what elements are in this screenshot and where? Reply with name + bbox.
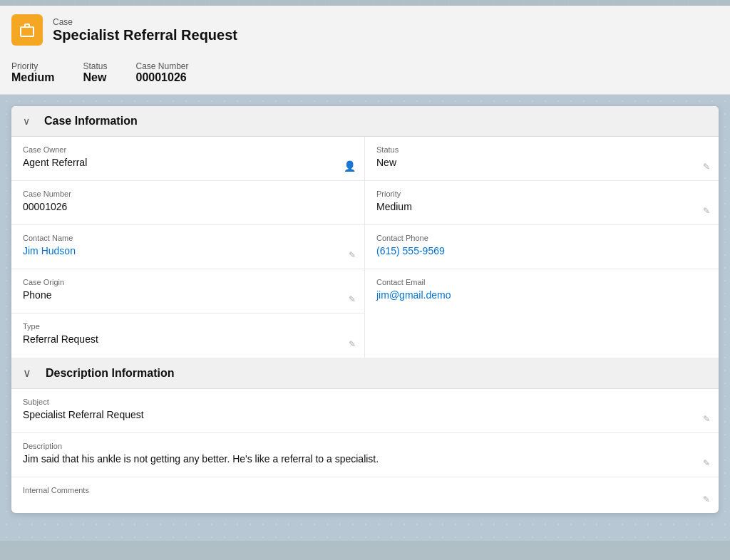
status-value: New: [83, 71, 107, 84]
type-value: Referral Request: [23, 333, 353, 345]
header-text-group: Case Specialist Referral Request: [53, 17, 237, 43]
desc-section-title: Description Information: [46, 367, 174, 380]
description-label: Description: [23, 442, 707, 450]
description-value: Jim said that his ankle is not getting a…: [23, 453, 707, 465]
collapse-chevron-icon[interactable]: ∨: [23, 115, 30, 127]
status-field-value: New: [376, 157, 707, 168]
priority-value: Medium: [11, 71, 54, 84]
briefcase-icon: [19, 21, 36, 38]
priority-label: Priority: [11, 61, 54, 71]
case-owner-label: Case Owner: [23, 145, 353, 154]
case-origin-field: Case Origin Phone ✎: [11, 269, 364, 313]
contact-phone-value[interactable]: (615) 555-9569: [376, 245, 707, 256]
case-origin-label: Case Origin: [23, 278, 353, 286]
desc-section-header: ∨ Description Information: [11, 358, 719, 389]
case-number-field: Case Number 00001026: [11, 181, 364, 225]
case-number-field-label: Case Number: [23, 190, 353, 198]
page-title: Specialist Referral Request: [53, 27, 237, 43]
subject-field: Subject Specialist Referral Request ✎: [11, 389, 719, 433]
contact-email-field: Contact Email jim@gmail.demo: [365, 269, 719, 313]
top-bar: [0, 0, 730, 6]
case-number-field-value: 00001026: [23, 201, 353, 212]
page-header: Case Specialist Referral Request Priorit…: [0, 6, 730, 95]
case-number-value: 00001026: [135, 71, 188, 84]
desc-info-section: ∨ Description Information Subject Specia…: [11, 358, 719, 513]
case-origin-value: Phone: [23, 289, 353, 301]
status-meta: Status New: [83, 61, 107, 84]
status-field-label: Status: [376, 145, 707, 154]
case-owner-field: Case Owner Agent Referral 👤: [11, 137, 364, 181]
contact-name-edit-icon[interactable]: ✎: [349, 250, 356, 260]
contact-phone-field: Contact Phone (615) 555-9569: [365, 225, 719, 269]
case-info-right-col: Status New ✎ Priority Medium ✎ Contact P…: [365, 137, 719, 358]
case-icon: [11, 14, 43, 46]
contact-email-value[interactable]: jim@gmail.demo: [376, 289, 707, 301]
contact-phone-label: Contact Phone: [376, 234, 707, 242]
contact-name-field: Contact Name Jim Hudson ✎: [11, 225, 364, 269]
status-field: Status New ✎: [365, 137, 719, 181]
internal-comments-edit-icon[interactable]: ✎: [703, 494, 710, 504]
internal-comments-label: Internal Comments: [23, 486, 707, 494]
type-field: Type Referral Request ✎: [11, 313, 364, 358]
contact-name-value[interactable]: Jim Hudson: [23, 245, 353, 256]
case-number-label: Case Number: [135, 61, 188, 71]
case-owner-value: Agent Referral: [23, 157, 353, 168]
header-meta-row: Priority Medium Status New Case Number 0…: [11, 54, 719, 94]
contact-name-label: Contact Name: [23, 234, 353, 242]
case-info-left-col: Case Owner Agent Referral 👤 Case Number …: [11, 137, 365, 358]
subject-value: Specialist Referral Request: [23, 409, 707, 420]
subject-edit-icon[interactable]: ✎: [703, 414, 710, 424]
desc-fields: Subject Specialist Referral Request ✎ De…: [11, 389, 719, 513]
priority-edit-icon[interactable]: ✎: [703, 206, 710, 216]
type-edit-icon[interactable]: ✎: [349, 339, 356, 349]
description-edit-icon[interactable]: ✎: [703, 458, 710, 468]
case-origin-edit-icon[interactable]: ✎: [349, 294, 356, 304]
priority-field-value: Medium: [376, 201, 707, 212]
description-field: Description Jim said that his ankle is n…: [11, 433, 719, 477]
priority-meta: Priority Medium: [11, 61, 54, 84]
case-info-title: Case Information: [44, 115, 138, 128]
page-body: ∨ Case Information Case Owner Agent Refe…: [0, 95, 730, 541]
subject-label: Subject: [23, 398, 707, 406]
case-label: Case: [53, 17, 237, 27]
person-icon[interactable]: 👤: [344, 160, 356, 172]
main-card: ∨ Case Information Case Owner Agent Refe…: [11, 106, 719, 513]
type-label: Type: [23, 322, 353, 331]
case-info-form: Case Owner Agent Referral 👤 Case Number …: [11, 137, 719, 358]
case-info-section-header: ∨ Case Information: [11, 106, 719, 137]
desc-collapse-icon[interactable]: ∨: [23, 366, 31, 380]
internal-comments-field: Internal Comments ✎: [11, 477, 719, 513]
status-edit-icon[interactable]: ✎: [703, 162, 710, 172]
contact-email-label: Contact Email: [376, 278, 707, 286]
case-number-meta: Case Number 00001026: [135, 61, 188, 84]
priority-field: Priority Medium ✎: [365, 181, 719, 225]
status-label: Status: [83, 61, 107, 71]
priority-field-label: Priority: [376, 190, 707, 198]
